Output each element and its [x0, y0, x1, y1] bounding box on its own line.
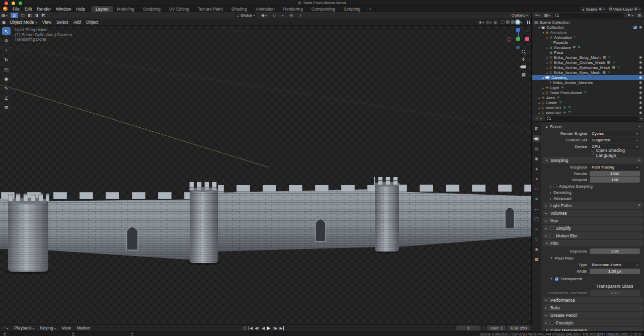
section-film[interactable]: ▼Film — [543, 240, 643, 246]
expand-icon[interactable]: ▾ — [541, 31, 545, 34]
hide-eye-icon[interactable]: ◉ — [639, 80, 642, 85]
render-tab-icon[interactable] — [533, 135, 540, 142]
workspace-tab-rendering[interactable]: Rendering — [279, 6, 307, 12]
outliner-row[interactable]: ▸ ▽ Wall.002 ∗ ▽ ◉ — [532, 110, 644, 115]
timeline-menu-marker[interactable]: Marker — [74, 325, 93, 330]
current-frame-field[interactable]: 1 — [456, 325, 480, 330]
exposure-field[interactable]: 1.00 — [590, 248, 640, 254]
outliner-display-mode-dropdown[interactable]: ≡▾ — [534, 13, 541, 18]
preset-menu-icon[interactable]: ≡ — [638, 203, 640, 208]
expand-icon[interactable]: ▸ — [541, 86, 545, 90]
close-window-button[interactable] — [5, 2, 8, 5]
hide-eye-icon[interactable]: ◉ — [639, 106, 642, 110]
pixel-filter-type-dropdown[interactable]: Blackman-Harris▾ — [590, 262, 640, 268]
ortho-grid-icon[interactable]: ▦ — [521, 72, 526, 77]
menu-render[interactable]: Render — [34, 7, 53, 12]
samples-viewport-field[interactable]: 128 — [590, 177, 640, 183]
viewport-menu-object[interactable]: Object — [84, 20, 101, 25]
snap-magnet-icon[interactable]: ∪ — [271, 13, 277, 18]
hide-eye-icon[interactable]: ◉ — [639, 91, 642, 95]
section-motion-blur[interactable]: ▸Motion Blur — [543, 232, 643, 239]
remove-view-layer-icon[interactable]: × — [638, 8, 640, 11]
output-tab-icon[interactable]: ▤ — [533, 145, 540, 152]
roughness-threshold-field[interactable]: 0.10 — [590, 290, 640, 296]
workspace-tab-texture-paint[interactable]: Texture Paint — [194, 6, 227, 12]
section-hair[interactable]: ▸Hair — [543, 217, 643, 224]
viewport-menu-view[interactable]: View — [40, 20, 54, 25]
scene-selector[interactable]: ▲ Scene ▣ × — [580, 7, 606, 12]
workspace-tab-compositing[interactable]: Compositing — [307, 6, 340, 12]
pause-render-button[interactable] — [527, 21, 530, 24]
select-mode-icon-1[interactable]: ▢ — [20, 13, 27, 18]
section-simplify[interactable]: ▸Simplify — [543, 225, 643, 231]
outliner-row[interactable]: ▾ ⋔ Armature ◌ — [532, 30, 644, 35]
section-light-paths[interactable]: ▸Light Paths≡ — [543, 202, 643, 209]
rotate-tool[interactable]: ↻ — [2, 56, 11, 64]
pin-icon[interactable]: ⌖ — [638, 124, 641, 129]
object-data-tab-icon[interactable]: ▽ — [533, 236, 540, 242]
xray-toggle-icon[interactable]: ▣ — [494, 20, 498, 25]
outliner-row[interactable]: ⋔ Pose — [532, 50, 644, 55]
outliner-row[interactable]: ▤ Scene Collection — [532, 20, 644, 25]
outliner-row[interactable]: ▸ ☀ Light ☀ ◉ — [532, 85, 644, 90]
freestyle-checkbox[interactable] — [550, 321, 554, 324]
physics-tab-icon[interactable]: ◯ — [533, 216, 540, 222]
material-tab-icon[interactable]: ◉ — [533, 246, 540, 253]
integrator-dropdown[interactable]: Path Tracing▾ — [590, 164, 640, 170]
panel-divider[interactable] — [531, 12, 532, 331]
outliner-row[interactable]: + Erika_Archer_Meshes ◉ — [532, 80, 644, 85]
timeline-menu-view[interactable]: View — [59, 325, 74, 330]
expand-icon[interactable]: ▸ — [541, 91, 545, 95]
properties-search-input[interactable] — [545, 116, 639, 121]
next-keyframe-button[interactable]: ▶ — [272, 326, 277, 330]
transparent-checkbox[interactable] — [555, 277, 558, 281]
section-grease-pencil[interactable]: ▸Grease Pencil — [543, 312, 643, 318]
transform-orientation-dropdown[interactable]: ⊥Global▾ — [234, 13, 257, 18]
workspace-tab-scripting[interactable]: Scripting — [340, 6, 365, 12]
expand-icon[interactable]: ▸ — [545, 66, 549, 69]
hide-eye-icon[interactable]: ◉ — [639, 111, 642, 115]
menu-help[interactable]: Help — [73, 7, 87, 12]
workspace-tab-modeling[interactable]: Modeling — [113, 6, 139, 12]
shading-solid-icon[interactable] — [506, 20, 510, 24]
active-tool-select-box-icon[interactable]: ⊡ — [11, 13, 18, 18]
new-view-layer-icon[interactable]: ▣ — [634, 7, 637, 11]
frame-start-field[interactable]: Start1 — [487, 325, 506, 330]
pixel-filter-width-field[interactable]: 1.50 px — [590, 269, 640, 274]
outliner-row[interactable]: ▸ ▽ Castle ▽ ◉ — [532, 100, 644, 105]
pan-hand-icon[interactable]: ✛ — [522, 57, 526, 62]
select-mode-icon-3[interactable]: ◨ — [33, 13, 40, 18]
screen-visibility-icon[interactable]: ◉ — [639, 25, 642, 29]
expand-icon[interactable]: ▸ — [545, 46, 549, 49]
subsection-adaptive-sampling[interactable]: ▸Adaptive Sampling — [542, 183, 644, 189]
object-tab-icon[interactable]: □ — [533, 186, 540, 192]
properties-editor-icon[interactable]: ≔▾ — [534, 116, 543, 121]
new-scene-icon[interactable]: ▣ — [599, 7, 602, 11]
transform-tool[interactable]: ◉ — [2, 75, 11, 83]
samples-render-field[interactable]: 1500 — [590, 171, 640, 177]
outliner-row[interactable]: ▸ ⇄ Animation ∷ — [532, 35, 644, 40]
jump-to-start-button[interactable]: ◀ — [249, 326, 253, 330]
timeline-editor-icon[interactable]: ◔▾ — [0, 325, 11, 330]
viewport-menu-add[interactable]: Add — [71, 20, 84, 25]
play-reverse-button[interactable]: ◀ — [262, 326, 265, 330]
outliner-row[interactable]: ▸ ▽ Erika_Archer_Body_Mesh ▦ ▽ ◉ — [532, 55, 644, 60]
overlays-dropdown[interactable]: ◎▾ — [486, 20, 492, 25]
hide-eye-icon[interactable]: ◉ — [639, 96, 642, 100]
subsection-pixel-filter[interactable]: ▼Pixel Filter — [542, 255, 644, 261]
collapse-region-icon[interactable]: ‹ — [527, 29, 529, 34]
menu-window[interactable]: Window — [53, 7, 73, 12]
editor-type-icon[interactable]: ▦▾ — [0, 13, 9, 18]
outliner-row[interactable]: ▸ ▽ Wall.001 ∗ ▽ ◉ — [532, 105, 644, 110]
expand-icon[interactable]: ▸ — [545, 56, 549, 59]
feature-set-dropdown[interactable]: Supported▾ — [590, 137, 640, 143]
outliner-row[interactable]: ▸ ▽ Town From Above ▽ ◉ — [532, 90, 644, 95]
zoom-icon[interactable] — [522, 50, 525, 53]
proportional-falloff-icon[interactable]: ∧ — [297, 13, 303, 18]
section-freestyle[interactable]: ▸Freestyle — [543, 319, 643, 326]
zoom-window-button[interactable] — [19, 2, 22, 5]
preset-menu-icon[interactable]: ≡ — [638, 158, 640, 162]
osl-checkbox[interactable] — [591, 151, 594, 155]
scene-tab-icon[interactable]: ▲ — [533, 165, 540, 172]
hide-eye-icon[interactable]: ◉ — [639, 70, 642, 74]
